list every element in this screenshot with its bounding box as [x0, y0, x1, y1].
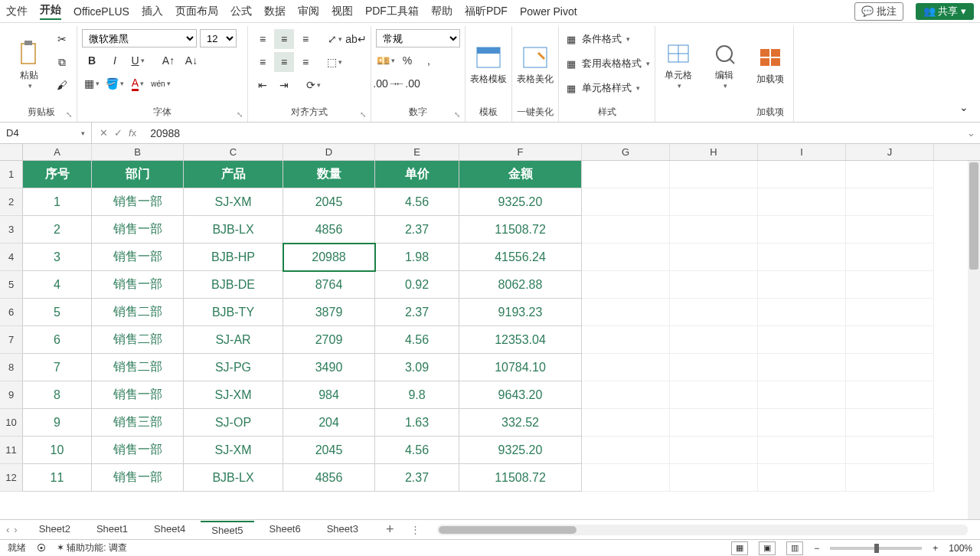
- table-cell[interactable]: [582, 354, 670, 381]
- table-cell[interactable]: [670, 271, 758, 299]
- table-cell[interactable]: [582, 188, 670, 216]
- table-cell[interactable]: [670, 244, 758, 271]
- table-cell[interactable]: 销售二部: [92, 354, 184, 381]
- table-cell[interactable]: 9325.20: [459, 188, 582, 216]
- number-launcher-icon[interactable]: ⤡: [454, 110, 460, 119]
- col-header-C[interactable]: C: [184, 144, 283, 160]
- table-cell[interactable]: [758, 326, 846, 354]
- table-cell[interactable]: [758, 354, 846, 381]
- table-cell[interactable]: 销售一部: [92, 271, 184, 299]
- sheet-tab-Sheet3[interactable]: Sheet3: [316, 521, 369, 538]
- table-cell[interactable]: SJ-AR: [184, 326, 283, 354]
- table-header-cell[interactable]: 金额: [459, 161, 582, 188]
- menu-Power Pivot[interactable]: Power Pivot: [520, 5, 577, 18]
- table-beautify-button[interactable]: 表格美化: [517, 29, 554, 98]
- table-cell[interactable]: 销售一部: [92, 188, 184, 216]
- cut-icon[interactable]: ✂: [52, 29, 72, 49]
- decrease-indent-icon[interactable]: ⇤: [253, 75, 273, 95]
- sheet-tab-Sheet1[interactable]: Sheet1: [86, 521, 139, 538]
- table-cell[interactable]: [670, 381, 758, 409]
- table-cell[interactable]: 销售一部: [92, 244, 184, 271]
- align-launcher-icon[interactable]: ⤡: [360, 110, 366, 119]
- italic-button[interactable]: I: [105, 51, 125, 70]
- add-sheet-button[interactable]: +: [380, 522, 400, 538]
- row-header[interactable]: 9: [0, 381, 23, 409]
- col-header-I[interactable]: I: [758, 144, 846, 160]
- orientation-icon[interactable]: ⤢▾: [325, 29, 345, 49]
- table-cell[interactable]: [846, 216, 934, 244]
- table-cell[interactable]: 4856: [283, 216, 375, 244]
- formula-input[interactable]: 20988: [144, 127, 962, 139]
- horizontal-scrollbar[interactable]: [437, 525, 968, 535]
- table-cell[interactable]: 10784.10: [459, 354, 582, 381]
- table-cell[interactable]: 2.37: [375, 299, 459, 326]
- table-cell[interactable]: [582, 437, 670, 464]
- table-cell[interactable]: 2: [23, 216, 92, 244]
- copy-icon[interactable]: ⧉: [52, 52, 72, 72]
- table-cell[interactable]: 984: [283, 381, 375, 409]
- table-cell[interactable]: 销售二部: [92, 326, 184, 354]
- accessibility-status[interactable]: ✶ 辅助功能: 调查: [57, 541, 127, 554]
- align-left-icon[interactable]: ≡: [253, 52, 273, 72]
- increase-decimal-icon[interactable]: .00→: [376, 74, 396, 93]
- table-cell[interactable]: 2045: [283, 188, 375, 216]
- share-button[interactable]: 👥 共享 ▾: [916, 3, 974, 20]
- rotate-text-icon[interactable]: ⟳▾: [303, 75, 323, 95]
- row-header[interactable]: 1: [0, 161, 23, 188]
- cancel-formula-icon[interactable]: ✕: [100, 127, 108, 139]
- addins-button[interactable]: 加载项: [752, 29, 789, 98]
- sheet-tab-Sheet4[interactable]: Sheet4: [143, 521, 196, 538]
- table-cell[interactable]: [758, 216, 846, 244]
- table-cell[interactable]: 9.8: [375, 381, 459, 409]
- menu-福昕PDF[interactable]: 福昕PDF: [465, 5, 508, 18]
- table-cell[interactable]: [758, 409, 846, 437]
- table-cell[interactable]: 2.37: [375, 216, 459, 244]
- clipboard-launcher-icon[interactable]: ⤡: [66, 110, 72, 119]
- align-top-icon[interactable]: ≡: [253, 29, 273, 49]
- table-header-cell[interactable]: [582, 161, 670, 188]
- menu-PDF工具箱[interactable]: PDF工具箱: [365, 5, 419, 18]
- zoom-out-icon[interactable]: −: [814, 543, 819, 554]
- table-cell[interactable]: SJ-XM: [184, 188, 283, 216]
- row-header[interactable]: 3: [0, 216, 23, 244]
- row-header[interactable]: 2: [0, 188, 23, 216]
- table-cell[interactable]: [670, 326, 758, 354]
- table-cell[interactable]: 7: [23, 354, 92, 381]
- table-cell[interactable]: [582, 409, 670, 437]
- cell-styles-button[interactable]: ▦单元格样式▾: [564, 78, 650, 98]
- table-cell[interactable]: [758, 271, 846, 299]
- table-cell[interactable]: [670, 354, 758, 381]
- row-header[interactable]: 5: [0, 271, 23, 299]
- macro-record-icon[interactable]: ⦿: [37, 543, 46, 554]
- table-cell[interactable]: 销售一部: [92, 381, 184, 409]
- align-bottom-icon[interactable]: ≡: [296, 29, 315, 49]
- table-header-cell[interactable]: 部门: [92, 161, 184, 188]
- menu-审阅[interactable]: 审阅: [298, 5, 319, 18]
- select-all-corner[interactable]: [0, 144, 23, 160]
- table-cell[interactable]: 4.56: [375, 437, 459, 464]
- row-header[interactable]: 7: [0, 326, 23, 354]
- table-cell[interactable]: [846, 437, 934, 464]
- table-cell[interactable]: 2709: [283, 326, 375, 354]
- table-cell[interactable]: 3490: [283, 354, 375, 381]
- borders-button[interactable]: ▦▾: [82, 74, 102, 93]
- table-cell[interactable]: [846, 299, 934, 326]
- menu-帮助[interactable]: 帮助: [431, 5, 452, 18]
- table-cell[interactable]: [758, 299, 846, 326]
- table-cell[interactable]: 3879: [283, 299, 375, 326]
- align-center-icon[interactable]: ≡: [274, 52, 294, 72]
- menu-OfficePLUS[interactable]: OfficePLUS: [74, 5, 129, 18]
- table-cell[interactable]: [582, 381, 670, 409]
- underline-button[interactable]: U▾: [128, 51, 148, 70]
- col-header-H[interactable]: H: [670, 144, 758, 160]
- table-cell[interactable]: BJB-LX: [184, 216, 283, 244]
- sheet-tab-Sheet6[interactable]: Sheet6: [259, 521, 312, 538]
- tabs-menu-icon[interactable]: ⋮: [410, 524, 420, 535]
- table-cell[interactable]: [582, 216, 670, 244]
- table-cell[interactable]: 0.92: [375, 271, 459, 299]
- font-launcher-icon[interactable]: ⤡: [237, 110, 243, 119]
- table-cell[interactable]: SJ-XM: [184, 437, 283, 464]
- conditional-format-button[interactable]: ▦条件格式▾: [564, 29, 650, 49]
- table-cell[interactable]: [758, 437, 846, 464]
- table-cell[interactable]: [670, 409, 758, 437]
